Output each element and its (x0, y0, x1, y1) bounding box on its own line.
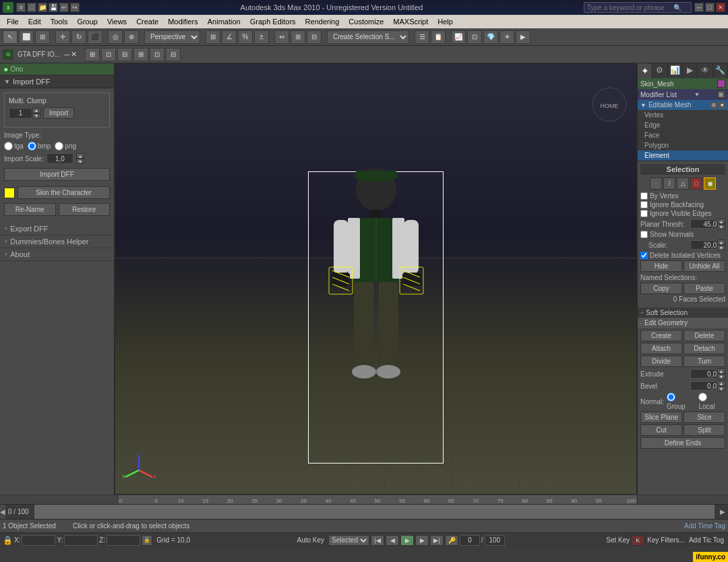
sel-icon-edge[interactable]: / (663, 177, 675, 190)
soft-selection-header[interactable]: + Soft Selection (638, 308, 728, 318)
key-mode-btn[interactable]: 🔑 (445, 535, 458, 546)
modifier-list-header[interactable]: Modifier List ▼ ⊞ (638, 89, 728, 100)
tab-motion[interactable]: ▶ (683, 63, 698, 78)
rotate-btn[interactable]: ↻ (71, 30, 86, 44)
x-coord-input[interactable] (22, 535, 55, 546)
bevel-input[interactable] (690, 381, 717, 391)
scale-spin-up[interactable]: ▲ (76, 153, 84, 159)
divide-btn[interactable]: Divide (640, 356, 682, 367)
search-box[interactable]: 🔍 (584, 2, 692, 13)
edge-item[interactable]: Edge (638, 120, 728, 130)
menu-rendering[interactable]: Rendering (301, 16, 344, 27)
import-scale-input[interactable] (47, 153, 73, 164)
editable-mesh-item[interactable]: ▼ Editable Mesh ⊞ ■ (638, 100, 728, 110)
ignore-visible-edges-check[interactable] (640, 210, 648, 217)
clump-spinner[interactable]: ▲ ▼ (9, 108, 40, 119)
redo-btn[interactable]: ↪ (70, 3, 80, 12)
set-key-btn[interactable]: K (631, 535, 644, 546)
tic-tog-label[interactable]: Add Tic Tog (688, 536, 725, 544)
select-region-btn[interactable]: ⬜ (19, 30, 34, 44)
selection-filter-dropdown[interactable]: Create Selection S... (327, 30, 409, 44)
timeline-expand-btn[interactable]: ◀ (0, 508, 5, 515)
clump-value[interactable] (9, 108, 32, 119)
new-btn[interactable]: □ (27, 3, 36, 12)
go-end-btn[interactable]: ▶| (430, 535, 444, 546)
prev-frame-btn[interactable]: ◀ (386, 535, 399, 546)
turn-btn[interactable]: Turn (684, 356, 725, 367)
move-btn[interactable]: ✛ (55, 30, 70, 44)
split-btn[interactable]: Split (684, 424, 725, 436)
tab-display[interactable]: 👁 (698, 63, 712, 78)
search-input[interactable] (584, 4, 672, 11)
create-btn[interactable]: Create (640, 330, 682, 341)
view-cube[interactable]: HOME (589, 84, 630, 125)
polygon-item[interactable]: Polygon (638, 140, 728, 150)
close-btn[interactable]: ✕ (716, 3, 725, 12)
sel-icon-quad[interactable]: □ (690, 177, 702, 190)
selected-dropdown[interactable]: Selected (328, 535, 369, 546)
face-item[interactable]: Face (638, 130, 728, 140)
curve-editor-btn[interactable]: 📈 (451, 30, 466, 44)
normal-local-radio[interactable]: Local (698, 393, 725, 410)
menu-views[interactable]: Views (103, 16, 131, 27)
timeline-track[interactable] (34, 505, 715, 519)
menu-btn[interactable]: ≡ (16, 3, 26, 12)
delete-isolated-check[interactable] (640, 252, 648, 259)
extrude-spin-up[interactable]: ▲ (717, 368, 725, 374)
menu-customize[interactable]: Customize (344, 16, 388, 27)
import-btn[interactable]: Import (43, 107, 74, 119)
normal-group-radio[interactable]: Group (667, 393, 696, 410)
render-scene-btn[interactable]: ☀ (499, 30, 514, 44)
spinner-snap-btn[interactable]: ± (254, 30, 269, 44)
window-cross-btn[interactable]: ⊞ (35, 30, 50, 44)
next-frame-btn[interactable]: ▶ (415, 535, 429, 546)
quick-render-btn[interactable]: ▶ (516, 30, 530, 44)
menu-edit[interactable]: Edit (24, 16, 45, 27)
undo-btn[interactable]: ↩ (59, 3, 69, 12)
open-btn[interactable]: 📁 (38, 3, 47, 12)
extrude-input[interactable] (690, 369, 717, 378)
skin-char-btn[interactable]: Skin the Character (18, 186, 110, 199)
define-ends-btn[interactable]: Define Ends (640, 437, 725, 449)
spin-up[interactable]: ▲ (32, 108, 40, 113)
color-swatch[interactable] (4, 188, 15, 198)
restore-btn[interactable]: Restore (59, 203, 111, 216)
nav-dummies-bones[interactable]: + Dummies/Bones Helper (0, 235, 114, 248)
material-editor-btn[interactable]: 💎 (483, 30, 498, 44)
percent-snap-btn[interactable]: % (238, 30, 253, 44)
menu-file[interactable]: File (3, 16, 23, 27)
align-btn[interactable]: ⊟ (307, 30, 322, 44)
menu-animation[interactable]: Animation (204, 16, 245, 27)
plugin-minimize[interactable]: ─ (64, 51, 69, 59)
copy-btn[interactable]: Copy (640, 283, 682, 294)
planar-spin-down[interactable]: ▼ (717, 224, 725, 229)
array-btn[interactable]: ⊞ (291, 30, 305, 44)
save-btn[interactable]: 💾 (49, 3, 58, 12)
tb2-btn6[interactable]: ⊟ (166, 48, 181, 61)
paste-btn[interactable]: Paste (684, 283, 725, 294)
z-coord-input[interactable] (107, 535, 140, 546)
vertex-item[interactable]: Vertex (638, 110, 728, 120)
maximize-btn[interactable]: □ (705, 3, 715, 12)
select-btn[interactable]: ↖ (3, 30, 18, 44)
radio-tga[interactable]: tga (4, 142, 24, 150)
menu-help[interactable]: Help (433, 16, 457, 27)
angle-snap-btn[interactable]: ∠ (222, 30, 237, 44)
pivot-btn[interactable]: ◎ (108, 30, 123, 44)
tb2-btn5[interactable]: ⊡ (150, 48, 164, 61)
unhide-all-btn[interactable]: Unhide All (684, 260, 725, 272)
tab-hierarchy[interactable]: 📊 (668, 63, 683, 78)
add-time-tag-btn[interactable]: Add Time Tag (684, 522, 725, 530)
lock-btn[interactable]: 🔒 (142, 535, 152, 546)
layers-btn[interactable]: 📋 (431, 30, 446, 44)
rename-btn[interactable]: Re-Name (4, 203, 56, 216)
scale-btn[interactable]: ⬛ (88, 30, 102, 44)
schematic-btn[interactable]: ⊡ (467, 30, 482, 44)
window-controls-left[interactable]: ≡ □ 📁 💾 ↩ ↪ (16, 3, 80, 12)
scale-spin2-down[interactable]: ▼ (717, 245, 725, 250)
menu-group[interactable]: Group (73, 16, 102, 27)
planar-spin-up[interactable]: ▲ (717, 219, 725, 224)
nav-about[interactable]: + About (0, 248, 114, 261)
snap-btn[interactable]: ⊞ (206, 30, 220, 44)
frame-input-box[interactable]: / (460, 535, 505, 546)
